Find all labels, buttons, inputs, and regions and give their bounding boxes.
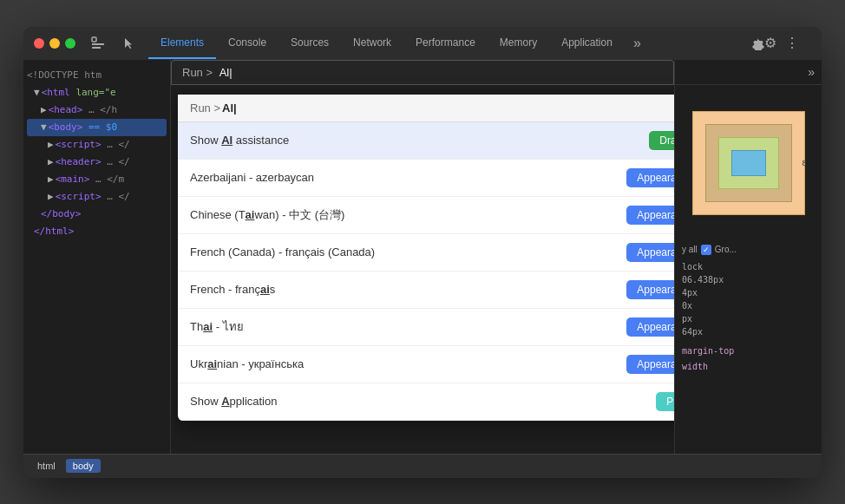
inspect-icon[interactable]	[86, 36, 110, 50]
cmd-run-label: Run >	[190, 101, 220, 115]
cursor: |	[229, 66, 232, 79]
cmd-run-query: Al|	[222, 101, 237, 115]
svg-rect-0	[92, 37, 96, 42]
minimize-button[interactable]	[49, 38, 60, 49]
css-prop-width: width	[682, 359, 815, 375]
tabs-container: Elements Console Sources Network Perform…	[148, 28, 745, 59]
cmd-item-ukrainian-text: Ukrainian - українська	[190, 357, 616, 370]
cmd-btn-panel[interactable]: Panel	[656, 392, 674, 411]
cmd-item-ai-text: Show AI assistance	[190, 134, 639, 147]
prop-val-5: 64px	[682, 327, 703, 337]
center-area: Run > Al| Run > Al| Show AI assistance D…	[171, 60, 674, 454]
settings-icon[interactable]: ⚙	[752, 31, 776, 56]
prop-val-3: 0x	[682, 301, 692, 311]
cmd-item-french[interactable]: French - français Appearance	[178, 272, 674, 309]
prop-row-3: 0x	[682, 299, 815, 312]
prop-row-2: 4px	[682, 286, 815, 299]
cmd-item-french-canada[interactable]: French (Canada) - français (Canada) Appe…	[178, 234, 674, 272]
cmd-btn-appearance-th[interactable]: Appearance	[626, 317, 674, 337]
tree-line-script2[interactable]: ▶<script> … </	[27, 188, 167, 206]
tree-line-html-close: </html>	[27, 223, 167, 240]
tab-console[interactable]: Console	[216, 28, 278, 59]
title-bar: Elements Console Sources Network Perform…	[23, 27, 822, 60]
cmd-btn-appearance-zh[interactable]: Appearance	[626, 206, 674, 225]
tree-line-html[interactable]: ▼<html lang="e	[27, 84, 167, 101]
opt-label-gro: Gro...	[715, 245, 737, 254]
svg-rect-2	[92, 47, 101, 49]
tab-performance[interactable]: Performance	[403, 28, 488, 59]
tab-application[interactable]: Application	[549, 28, 625, 59]
prop-lock: lock	[682, 262, 703, 272]
prop-val-4: px	[682, 314, 692, 324]
tree-line-script1[interactable]: ▶<script> … </	[27, 136, 167, 154]
cmd-item-ukrainian[interactable]: Ukrainian - українська Appearance	[178, 346, 674, 383]
cmd-btn-appearance-fr-ca[interactable]: Appearance	[626, 243, 674, 262]
tab-network[interactable]: Network	[341, 28, 403, 59]
cmd-btn-drawer[interactable]: Drawer	[649, 131, 674, 150]
tree-line-body[interactable]: ▼<body> == $0	[27, 119, 167, 136]
cmd-btn-appearance-az[interactable]: Appearance	[626, 168, 674, 187]
cmd-item-azerbaijani-text: Azerbaijani - azerbaycan	[190, 171, 616, 184]
right-props-list: lock 06.438px 4px 0x px 64px	[675, 259, 822, 340]
cmd-btn-appearance-fr[interactable]: Appearance	[626, 280, 674, 299]
css-prop-name-width: width	[682, 360, 708, 374]
cmd-item-thai[interactable]: Thai - ไทย Appearance	[178, 309, 674, 346]
breadcrumb-html[interactable]: html	[30, 459, 62, 473]
box-value-label: 8	[802, 159, 806, 167]
cmd-item-chinese-text: Chinese (Taiwan) - 中文 (台灣)	[190, 207, 616, 223]
chevron-right-icon[interactable]: »	[808, 65, 815, 79]
command-palette: Run > Al| Show AI assistance Drawer Azer…	[178, 95, 674, 421]
traffic-lights	[34, 38, 75, 49]
run-bar: Run > Al|	[171, 60, 674, 85]
prop-val-2: 4px	[682, 288, 698, 298]
box-model-area: 8	[675, 85, 822, 241]
tab-elements[interactable]: Elements	[148, 28, 216, 59]
prop-row-5: 64px	[682, 325, 815, 338]
bottom-bar: html body	[23, 454, 822, 478]
opt-label-yall: y all	[682, 245, 698, 254]
cmd-item-french-text: French - français	[190, 283, 616, 296]
close-button[interactable]	[34, 38, 44, 49]
cmd-item-show-application[interactable]: Show Application Panel	[178, 383, 674, 421]
toolbar-actions: ⚙ ⋮	[752, 31, 811, 56]
tree-line-head[interactable]: ▶<head> … </h	[27, 101, 167, 119]
css-panel: margin-top width	[675, 340, 822, 378]
cmd-item-thai-text: Thai - ไทย	[190, 317, 616, 336]
check-icon: ✓	[703, 245, 710, 254]
tab-sources[interactable]: Sources	[278, 28, 341, 59]
prop-row-lock: lock	[682, 260, 815, 273]
cmd-item-french-canada-text: French (Canada) - français (Canada)	[190, 245, 616, 259]
css-prop-margin-top: margin-top	[682, 344, 815, 359]
cursor-icon[interactable]	[117, 36, 141, 50]
tab-memory[interactable]: Memory	[488, 28, 549, 59]
maximize-button[interactable]	[65, 38, 75, 49]
svg-rect-1	[92, 43, 104, 45]
run-query: Al|	[219, 66, 233, 79]
box-model: 8	[692, 111, 805, 215]
more-tabs-button[interactable]: »	[626, 28, 648, 59]
prop-val-1: 06.438px	[682, 275, 724, 285]
cmd-btn-appearance-uk[interactable]: Appearance	[626, 355, 674, 374]
right-panel: » 8 y all	[674, 60, 822, 454]
tree-line-doctype: <!DOCTYPE htm	[27, 67, 167, 84]
prop-row-4: px	[682, 312, 815, 325]
prop-row-1: 06.438px	[682, 273, 815, 286]
tree-line-header[interactable]: ▶<header> … </	[27, 154, 167, 171]
breadcrumb-body[interactable]: body	[66, 459, 101, 473]
elements-panel: <!DOCTYPE htm ▼<html lang="e ▶<head> … <…	[23, 60, 171, 454]
main-content: <!DOCTYPE htm ▼<html lang="e ▶<head> … <…	[23, 60, 822, 454]
run-label: Run >	[182, 66, 213, 79]
cmd-item-azerbaijani[interactable]: Azerbaijani - azerbaycan Appearance	[178, 160, 674, 197]
more-options-icon[interactable]: ⋮	[780, 31, 804, 56]
cmd-item-chinese-taiwan[interactable]: Chinese (Taiwan) - 中文 (台灣) Appearance	[178, 197, 674, 234]
right-panel-top: »	[675, 60, 822, 85]
cmd-item-application-text: Show Application	[190, 395, 645, 408]
right-options: y all ✓ Gro...	[675, 241, 822, 259]
devtools-window: Elements Console Sources Network Perform…	[23, 27, 822, 478]
tree-line-body-close: </body>	[27, 206, 167, 223]
cmd-item-ai-assistance[interactable]: Show AI assistance Drawer	[178, 122, 674, 160]
tree-line-main[interactable]: ▶<main> … </m	[27, 171, 167, 188]
box-content	[731, 150, 766, 176]
group-checkbox[interactable]: ✓	[701, 245, 711, 255]
cmd-run-bar: Run > Al|	[178, 95, 674, 122]
